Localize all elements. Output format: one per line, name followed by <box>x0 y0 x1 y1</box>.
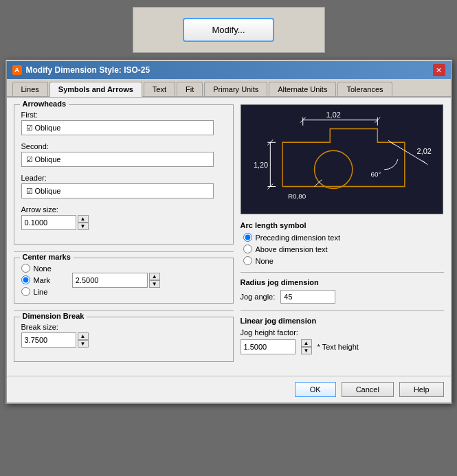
tab-fit[interactable]: Fit <box>177 82 203 96</box>
right-panel: 1,02 1,20 2,02 60° <box>241 104 444 369</box>
radio-none-label: None <box>34 264 52 273</box>
dialog-footer: OK Cancel Help <box>7 376 451 403</box>
second-field-group: Second: ☑ Oblique <box>21 142 226 167</box>
radio-arc-none-item: None <box>243 256 444 265</box>
jog-angle-label: Jog angle: <box>241 293 276 301</box>
center-marks-group: Center marks None Mark Line <box>14 258 234 304</box>
arrowheads-title: Arrowheads <box>20 100 69 108</box>
linear-jog-row: 1.5000 ▲ ▼ * Text height <box>241 339 444 354</box>
radio-none-item: None <box>21 264 52 273</box>
arrow-size-label: Arrow size: <box>21 205 226 214</box>
preview-label-102: 1,02 <box>326 111 340 119</box>
break-size-input[interactable]: 3.7500 <box>21 332 76 348</box>
arrow-size-spinner-buttons: ▲ ▼ <box>78 215 89 230</box>
leader-label: Leader: <box>21 174 226 182</box>
arc-length-content: Preceding dimension text Above dimension… <box>241 233 444 265</box>
dialog: A Modify Dimension Style: ISO-25 ✕ Lines… <box>5 60 452 404</box>
center-mark-up[interactable]: ▲ <box>149 273 160 280</box>
radio-mark[interactable] <box>21 275 30 284</box>
radio-line-label: Line <box>34 288 48 296</box>
dimension-break-group: Dimension Break Break size: 3.7500 ▲ ▼ <box>14 317 234 362</box>
tab-text[interactable]: Text <box>144 82 175 96</box>
dialog-content: Arrowheads First: ☑ Oblique Second: ☑ Ob… <box>7 98 451 376</box>
leader-dropdown[interactable]: ☑ Oblique <box>21 183 214 199</box>
cancel-button[interactable]: Cancel <box>342 382 394 397</box>
break-size-spinner-buttons: ▲ ▼ <box>78 332 89 348</box>
break-size-down[interactable]: ▼ <box>78 340 89 348</box>
jog-angle-row: Jog angle: 45 <box>241 290 444 304</box>
divider-2 <box>14 310 234 311</box>
arrow-size-down[interactable]: ▼ <box>78 223 89 230</box>
center-mark-value-input[interactable]: 2.5000 <box>72 273 148 288</box>
app-icon: A <box>12 65 22 75</box>
break-size-up[interactable]: ▲ <box>78 332 89 340</box>
tab-tolerances[interactable]: Tolerances <box>337 82 392 96</box>
linear-jog-title: Linear jog dimension <box>241 317 444 325</box>
preview-canvas: 1,02 1,20 2,02 60° <box>241 104 443 214</box>
second-dropdown[interactable]: ☑ Oblique <box>21 152 214 167</box>
preview-label-r080: R0,80 <box>287 192 306 200</box>
break-size-label: Break size: <box>21 323 226 331</box>
titlebar-left: A Modify Dimension Style: ISO-25 <box>12 65 151 75</box>
first-dropdown[interactable]: ☑ Oblique <box>21 120 214 135</box>
jog-height-input[interactable]: 1.5000 <box>241 339 296 354</box>
leader-dropdown-container: ☑ Oblique <box>21 183 214 199</box>
radio-above-label: Above dimension text <box>256 245 328 253</box>
radio-line[interactable] <box>21 287 30 296</box>
radius-jog-section: Radius jog dimension Jog angle: 45 <box>241 278 444 304</box>
modify-button[interactable]: Modify... <box>183 18 274 42</box>
arrowheads-group: Arrowheads First: ☑ Oblique Second: ☑ Ob… <box>14 104 234 245</box>
break-size-spinner: 3.7500 ▲ ▼ <box>21 332 226 348</box>
preview-label-60: 60° <box>370 170 381 178</box>
svg-rect-0 <box>241 105 441 214</box>
tab-alternate-units[interactable]: Alternate Units <box>269 82 336 96</box>
left-panel: Arrowheads First: ☑ Oblique Second: ☑ Ob… <box>14 104 234 369</box>
dialog-title: Modify Dimension Style: ISO-25 <box>26 65 151 75</box>
jog-height-up[interactable]: ▲ <box>301 339 312 347</box>
tab-primary-units[interactable]: Primary Units <box>204 82 267 96</box>
jog-height-spinner-buttons: ▲ ▼ <box>301 339 312 354</box>
preview-svg: 1,02 1,20 2,02 60° <box>241 105 443 214</box>
jog-angle-input[interactable]: 45 <box>280 290 335 304</box>
first-label: First: <box>21 111 226 119</box>
radius-jog-title: Radius jog dimension <box>241 278 444 286</box>
top-button-area: Modify... <box>133 7 325 53</box>
arc-length-title: Arc length symbol <box>241 221 444 229</box>
radio-preceding-label: Preceding dimension text <box>256 234 341 242</box>
divider-3 <box>241 272 444 273</box>
text-height-label: * Text height <box>317 343 359 351</box>
radio-above-item: Above dimension text <box>243 245 444 253</box>
linear-jog-section: Linear jog dimension Jog height factor: … <box>241 317 444 354</box>
preview-label-202: 2,02 <box>416 147 431 155</box>
second-label: Second: <box>21 142 226 150</box>
close-button[interactable]: ✕ <box>433 64 445 76</box>
center-marks-title: Center marks <box>20 253 74 261</box>
center-marks-controls: None Mark Line 2.5000 <box>21 264 226 296</box>
center-mark-spinner-buttons: ▲ ▼ <box>149 273 160 288</box>
dialog-titlebar: A Modify Dimension Style: ISO-25 ✕ <box>7 61 451 79</box>
divider-4 <box>241 310 444 311</box>
break-size-group: Break size: 3.7500 ▲ ▼ <box>21 323 226 348</box>
jog-height-down[interactable]: ▼ <box>301 347 312 354</box>
radio-mark-label: Mark <box>34 276 50 284</box>
leader-field-group: Leader: ☑ Oblique <box>21 174 226 199</box>
radio-above[interactable] <box>243 245 252 253</box>
first-dropdown-container: ☑ Oblique <box>21 120 214 135</box>
center-marks-spinner: 2.5000 ▲ ▼ <box>72 273 160 288</box>
ok-button[interactable]: OK <box>295 382 336 397</box>
tabs-bar: Lines Symbols and Arrows Text Fit Primar… <box>7 79 451 98</box>
help-button[interactable]: Help <box>399 382 444 397</box>
arrow-size-up[interactable]: ▲ <box>78 215 89 223</box>
arrow-size-spinner: 0.1000 ▲ ▼ <box>21 215 226 230</box>
second-dropdown-container: ☑ Oblique <box>21 152 214 167</box>
center-mark-down[interactable]: ▼ <box>149 280 160 288</box>
radio-arc-none[interactable] <box>243 256 252 265</box>
radio-none[interactable] <box>21 264 30 273</box>
radio-mark-item: Mark <box>21 275 52 284</box>
radio-arc-none-label: None <box>256 257 274 265</box>
center-marks-radios: None Mark Line <box>21 264 52 296</box>
radio-preceding[interactable] <box>243 233 252 242</box>
tab-lines[interactable]: Lines <box>12 82 48 96</box>
tab-symbols-and-arrows[interactable]: Symbols and Arrows <box>49 82 142 97</box>
arrow-size-input[interactable]: 0.1000 <box>21 215 76 230</box>
